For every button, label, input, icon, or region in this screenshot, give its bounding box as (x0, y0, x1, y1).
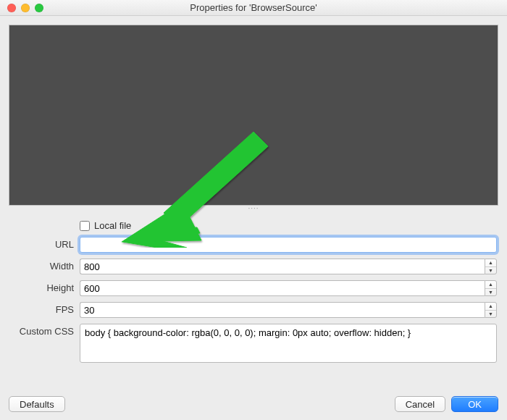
dialog-footer: Defaults Cancel OK (0, 388, 507, 420)
local-file-label: Local file (94, 220, 131, 231)
local-file-checkbox[interactable] (80, 221, 90, 231)
width-label: Width (10, 259, 80, 272)
width-stepper: ▲ ▼ (80, 259, 497, 274)
height-label: Height (10, 280, 80, 293)
width-input[interactable] (80, 259, 485, 274)
height-step-up-icon[interactable]: ▲ (485, 281, 496, 288)
height-input[interactable] (80, 280, 485, 296)
window-controls (7, 4, 43, 12)
ok-button[interactable]: OK (451, 396, 498, 412)
fps-step-up-icon[interactable]: ▲ (485, 303, 496, 310)
close-icon[interactable] (7, 4, 16, 12)
resize-grip-icon[interactable]: ···· (9, 206, 498, 214)
window-title: Properties for 'BrowserSource' (190, 2, 317, 13)
width-spin: ▲ ▼ (485, 259, 497, 274)
fps-step-down-icon[interactable]: ▼ (485, 310, 496, 318)
fps-spin: ▲ ▼ (485, 302, 497, 318)
width-step-up-icon[interactable]: ▲ (485, 259, 496, 266)
properties-form: Local file URL Width ▲ ▼ Height ▲ (0, 217, 507, 365)
custom-css-label: Custom CSS (10, 324, 80, 337)
cancel-button[interactable]: Cancel (395, 396, 445, 412)
fps-label: FPS (10, 302, 80, 315)
fps-input[interactable] (80, 302, 485, 318)
custom-css-textarea[interactable] (80, 324, 497, 363)
titlebar: Properties for 'BrowserSource' (0, 0, 507, 16)
source-preview (9, 25, 498, 206)
preview-area: ···· (0, 16, 507, 217)
height-stepper: ▲ ▼ (80, 280, 497, 296)
defaults-button[interactable]: Defaults (9, 396, 65, 412)
width-step-down-icon[interactable]: ▼ (485, 266, 496, 274)
fps-stepper: ▲ ▼ (80, 302, 497, 318)
url-label: URL (10, 237, 80, 250)
height-spin: ▲ ▼ (485, 280, 497, 296)
zoom-icon[interactable] (35, 4, 43, 12)
url-input[interactable] (80, 237, 497, 253)
height-step-down-icon[interactable]: ▼ (485, 288, 496, 296)
minimize-icon[interactable] (21, 4, 30, 12)
local-file-row: Local file (80, 220, 497, 231)
